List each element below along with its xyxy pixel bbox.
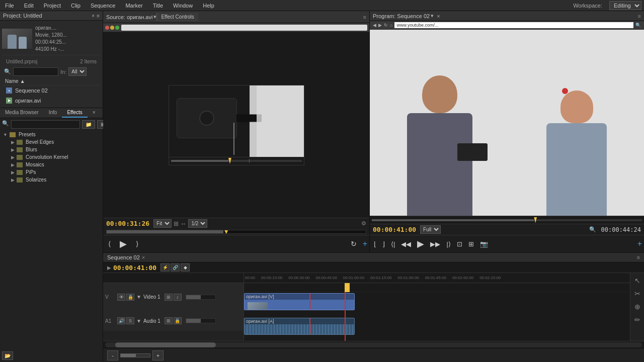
video-track-audio-btn[interactable]: ♪ (174, 294, 182, 301)
tab-effects[interactable]: Effects (62, 108, 87, 118)
program-title-dropdown-icon[interactable]: ▾ (431, 13, 434, 19)
timeline-zoom-slider[interactable] (120, 353, 150, 357)
timeline-snap-btn[interactable]: ⚡ (160, 263, 170, 272)
source-settings-icon[interactable]: ⚙ (361, 220, 366, 227)
project-item-file[interactable]: ▶ ориган.avi (2, 96, 101, 106)
program-monitor-close[interactable]: × (437, 13, 440, 19)
tab-effect-controls[interactable]: Effect Controls (156, 13, 198, 21)
browser-back-icon[interactable]: ◀ (373, 23, 376, 28)
source-fit-select[interactable]: Fit (153, 219, 172, 228)
audio-track-expand-icon[interactable]: ▼ (136, 318, 141, 324)
browser-forward-icon[interactable]: ▶ (378, 23, 382, 28)
project-panel-menu[interactable]: ≡ (97, 13, 100, 19)
effects-search-input[interactable] (11, 120, 80, 129)
effects-folder-convolution[interactable]: ▶ Convolution Kernel (0, 153, 103, 161)
project-panel-close[interactable]: × (92, 13, 95, 19)
browser-search-icon[interactable]: 🔍 (635, 23, 641, 28)
audio-track-settings-btn[interactable]: ⊞ (165, 317, 173, 324)
timeline-marker-btn[interactable]: ◆ (181, 263, 190, 272)
effects-folder-solarizes[interactable]: ▶ Solarizes (0, 176, 103, 184)
menu-help[interactable]: Help (198, 3, 219, 9)
source-ratio-select[interactable]: 1/2 (188, 219, 207, 228)
timeline-playback-icon[interactable]: ▶ (107, 265, 111, 270)
menu-project[interactable]: Project (39, 3, 66, 9)
program-fast-forward-btn[interactable]: ▶▶ (428, 239, 442, 249)
audio-clip-block[interactable]: ориган.avi [A] (244, 318, 355, 335)
tab-effects-close[interactable]: × (88, 108, 101, 118)
menu-marker[interactable]: Marker (120, 3, 147, 9)
source-transport-controls: ⟨ ▶ ⟩ ↻ + (103, 235, 369, 252)
timeline-playhead-top[interactable] (345, 283, 350, 292)
effects-folder-blurs[interactable]: ▶ Blurs (0, 146, 103, 153)
project-item-sequence[interactable]: ≡ Sequence 02 (2, 85, 101, 96)
program-go-in-btn[interactable]: ⟨| (389, 239, 397, 249)
program-lift-btn[interactable]: ⊡ (455, 239, 464, 249)
source-add-btn[interactable]: + (363, 239, 367, 248)
video-clip-block[interactable]: ориган.avi [V] (244, 293, 355, 310)
presets-label: Presets (19, 132, 36, 137)
tab-info[interactable]: Info (44, 108, 62, 118)
timeline-select-tool-btn[interactable]: ↖ (632, 275, 643, 286)
tab-media-browser[interactable]: Media Browser (0, 108, 44, 118)
program-zoom-icon[interactable]: 🔍 (589, 226, 596, 233)
audio-track-solo-btn[interactable]: S (126, 317, 134, 324)
timeline-close-icon[interactable]: × (142, 254, 145, 260)
menu-sequence[interactable]: Sequence (86, 3, 121, 9)
program-rewind-btn[interactable]: ◀◀ (399, 239, 413, 249)
timeline-scrollbar[interactable] (103, 341, 644, 348)
timeline-scroll-thumb[interactable] (115, 342, 216, 347)
project-search-input[interactable] (13, 67, 58, 76)
timeline-zoom-out-btn[interactable]: - (107, 350, 118, 360)
menu-file[interactable]: File (0, 3, 19, 9)
effects-folder-mosaics[interactable]: ▶ Mosaics (0, 161, 103, 168)
source-monitor-title: Source: ориган.avi (106, 14, 152, 20)
source-play-btn[interactable]: ▶ (117, 237, 130, 250)
browser-refresh-icon[interactable]: ↻ (384, 23, 388, 28)
source-progress-bar[interactable]: ▼ (103, 229, 369, 235)
source-step-back-btn[interactable]: ⟨ (105, 239, 114, 249)
menu-edit[interactable]: Edit (19, 3, 39, 9)
program-extract-btn[interactable]: ⊞ (466, 239, 476, 249)
timeline-zoom-tool-btn[interactable]: ⊕ (632, 301, 643, 312)
program-video-marker (562, 88, 568, 94)
program-go-out-btn[interactable]: |⟩ (444, 239, 452, 249)
program-panel-menu-icon[interactable]: ≡ (638, 13, 641, 19)
effects-folder-presets[interactable]: ▼ Presets (0, 131, 103, 138)
audio-track-lock-btn[interactable]: 🔒 (174, 317, 182, 324)
menu-clip[interactable]: Clip (66, 3, 86, 9)
source-controls-bar: 00:00:31:26 Fit ⊞ ↔ 1/2 ⚙ (103, 218, 369, 229)
effects-folder-pips[interactable]: ▶ PiPs (0, 168, 103, 176)
source-loop-btn[interactable]: ↻ (348, 239, 360, 249)
timeline-link-btn[interactable]: 🔗 (171, 263, 180, 272)
program-mark-in-btn[interactable]: ⌊ (372, 239, 378, 249)
project-name-column-header[interactable]: Name ▲ (2, 77, 101, 85)
program-mark-out-btn[interactable]: ⌋ (380, 239, 387, 249)
program-fit-select[interactable]: Full (420, 225, 441, 234)
timeline-menu-icon[interactable]: ≡ (637, 254, 640, 260)
source-step-forward-btn[interactable]: ⟩ (133, 239, 141, 249)
video-track-lock-btn[interactable]: 🔒 (126, 294, 134, 301)
menu-title[interactable]: Title (148, 3, 168, 9)
bevel-folder-icon (17, 140, 23, 145)
browser-home-icon[interactable]: ⌂ (390, 23, 392, 28)
timeline-razor-tool-btn[interactable]: ✂ (632, 288, 643, 299)
timeline-pen-tool-btn[interactable]: ✏ (632, 314, 643, 325)
in-select[interactable]: All (68, 67, 87, 76)
program-add-btn[interactable]: + (637, 239, 642, 248)
video-track-settings-btn[interactable]: ⊞ (165, 294, 173, 301)
video-track-expand-icon[interactable]: ▼ (136, 294, 141, 300)
audio-track-mute-btn[interactable]: 🔊 (117, 317, 125, 324)
workspace-dropdown[interactable]: Editing (609, 1, 641, 10)
program-playhead-marker (534, 217, 537, 223)
video-track-eye-btn[interactable]: 👁 (117, 294, 125, 301)
program-play-btn[interactable]: ▶ (415, 237, 426, 250)
browser-url[interactable]: www.youtube.com/... (394, 22, 633, 28)
program-camera-btn[interactable]: 📷 (478, 239, 490, 249)
effects-folder-bevel[interactable]: ▶ Bevel Edges (0, 138, 103, 146)
timeline-zoom-in-btn[interactable]: + (152, 350, 164, 360)
timeline-scroll-track[interactable] (105, 342, 642, 347)
effects-new-btn[interactable]: 📁 (82, 120, 95, 129)
effects-new-folder-btn[interactable]: 📂 (2, 351, 13, 360)
menu-window[interactable]: Window (168, 3, 198, 9)
source-panel-menu-icon[interactable]: ≡ (363, 14, 366, 20)
